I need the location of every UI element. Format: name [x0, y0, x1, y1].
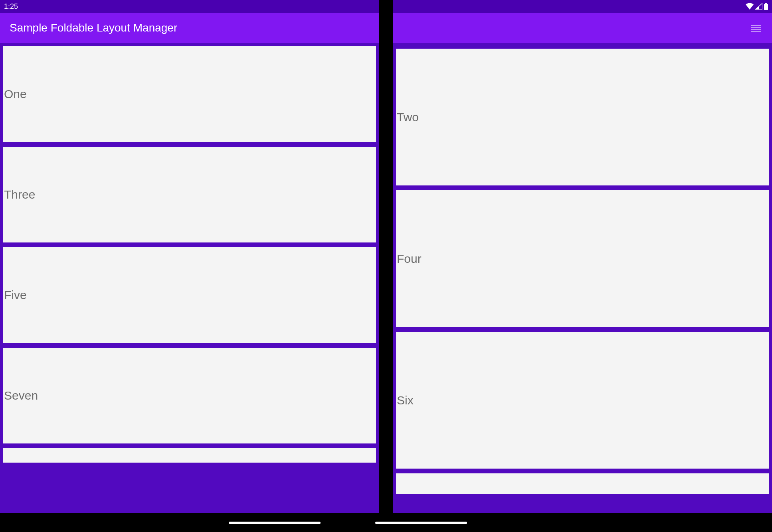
- status-time-container: 1:25: [4, 2, 18, 11]
- list-item[interactable]: [396, 473, 769, 494]
- navigation-bar: [0, 513, 772, 532]
- list-item-label: Two: [397, 110, 419, 124]
- list-item[interactable]: Seven: [3, 348, 376, 443]
- status-time: 1:25: [4, 2, 18, 11]
- list-item-label: One: [4, 87, 27, 101]
- wifi-icon: [746, 3, 754, 10]
- svg-rect-1: [765, 3, 767, 4]
- menu-button[interactable]: [750, 23, 762, 33]
- content-area-left[interactable]: One Three Five Seven: [0, 43, 379, 513]
- list-item-label: Three: [4, 188, 35, 201]
- battery-icon: [764, 3, 768, 10]
- list-item[interactable]: Five: [3, 247, 376, 343]
- left-screen: 1:25 Sample Foldable Layout Manager One …: [0, 0, 379, 513]
- nav-handle-right[interactable]: [375, 522, 467, 524]
- nav-handle-left[interactable]: [229, 522, 321, 524]
- list-item-label: Five: [4, 288, 27, 302]
- status-icons: [746, 3, 768, 10]
- list-item-label: Four: [397, 252, 422, 266]
- signal-icon: [755, 3, 762, 10]
- svg-rect-0: [764, 4, 768, 10]
- list-item-label: Seven: [4, 389, 38, 402]
- hinge: [379, 0, 393, 513]
- list-item[interactable]: Six: [396, 332, 769, 469]
- right-screen: Two Four Six: [393, 0, 772, 513]
- menu-icon: [751, 25, 761, 32]
- app-title: Sample Foldable Layout Manager: [10, 22, 177, 34]
- content-area-right[interactable]: Two Four Six: [393, 43, 772, 513]
- device-container: 1:25 Sample Foldable Layout Manager One …: [0, 0, 772, 513]
- list-item-label: Six: [397, 394, 414, 407]
- list-item[interactable]: Three: [3, 147, 376, 242]
- list-item[interactable]: Four: [396, 190, 769, 327]
- list-item[interactable]: Two: [396, 49, 769, 185]
- app-bar-left: Sample Foldable Layout Manager: [0, 13, 379, 43]
- list-item[interactable]: One: [3, 46, 376, 142]
- app-bar-right: [393, 13, 772, 43]
- status-bar-left: 1:25: [0, 0, 379, 13]
- list-item[interactable]: [3, 448, 376, 463]
- status-bar-right: [393, 0, 772, 13]
